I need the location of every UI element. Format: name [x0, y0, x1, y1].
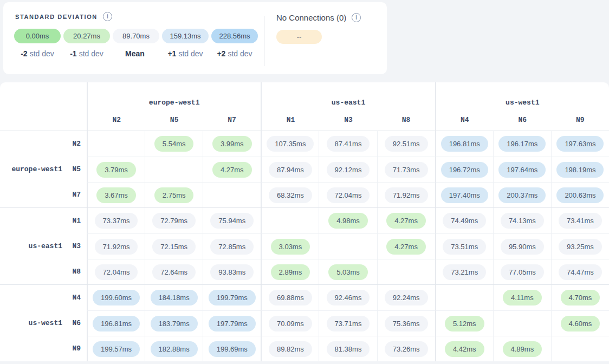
latency-cell[interactable]: 72.85ms — [203, 233, 261, 259]
latency-cell[interactable]: 93.83ms — [203, 259, 261, 284]
latency-cell[interactable]: 196.81ms — [435, 131, 493, 157]
latency-cell[interactable]: 92.51ms — [377, 131, 435, 157]
latency-chip[interactable]: 4.11ms — [503, 290, 542, 306]
latency-cell[interactable]: 71.92ms — [377, 182, 435, 207]
latency-chip[interactable]: 196.17ms — [498, 136, 546, 152]
latency-chip[interactable]: 72.79ms — [152, 213, 196, 229]
latency-cell[interactable]: 4.42ms — [435, 336, 493, 361]
latency-cell[interactable]: 69.88ms — [261, 285, 319, 310]
latency-chip[interactable]: 4.42ms — [445, 341, 484, 357]
latency-cell[interactable]: 95.90ms — [493, 233, 551, 259]
latency-chip[interactable]: 92.24ms — [385, 290, 428, 306]
latency-cell[interactable]: 4.60ms — [551, 310, 609, 336]
latency-chip[interactable]: 73.71ms — [327, 316, 370, 332]
latency-cell[interactable]: 107.35ms — [261, 131, 319, 157]
latency-cell[interactable]: 72.79ms — [145, 208, 203, 233]
latency-chip[interactable]: 72.15ms — [152, 239, 196, 255]
latency-chip[interactable]: 95.90ms — [501, 239, 544, 255]
latency-chip[interactable]: 4.27ms — [386, 213, 426, 229]
latency-chip[interactable]: 3.03ms — [271, 239, 310, 255]
latency-cell[interactable]: 196.17ms — [493, 131, 551, 157]
latency-chip[interactable]: 2.89ms — [271, 264, 310, 280]
latency-cell[interactable]: 3.99ms — [203, 131, 261, 157]
latency-cell[interactable]: 92.24ms — [377, 285, 435, 310]
latency-chip[interactable]: 4.98ms — [328, 213, 368, 229]
latency-chip[interactable]: 197.40ms — [441, 187, 488, 203]
latency-chip[interactable]: 92.51ms — [385, 136, 428, 152]
latency-chip[interactable]: 196.81ms — [441, 136, 488, 152]
latency-cell[interactable]: 199.57ms — [87, 336, 145, 361]
latency-cell[interactable]: 200.63ms — [551, 182, 609, 207]
latency-chip[interactable]: 69.88ms — [269, 290, 312, 306]
latency-chip[interactable]: 72.04ms — [327, 187, 370, 203]
latency-cell[interactable]: 77.05ms — [493, 259, 551, 284]
latency-chip[interactable]: 93.25ms — [559, 239, 602, 255]
latency-cell[interactable]: 197.40ms — [435, 182, 493, 207]
latency-cell[interactable]: 75.36ms — [377, 310, 435, 336]
latency-chip[interactable]: 93.83ms — [210, 264, 254, 280]
latency-chip[interactable]: 77.05ms — [501, 264, 544, 280]
latency-cell[interactable]: 198.19ms — [551, 157, 609, 182]
latency-cell[interactable]: 71.73ms — [377, 157, 435, 182]
latency-cell[interactable]: 184.18ms — [145, 285, 203, 310]
latency-chip[interactable]: 197.79ms — [209, 316, 256, 332]
latency-cell[interactable]: 72.15ms — [145, 233, 203, 259]
latency-chip[interactable]: 200.37ms — [498, 187, 546, 203]
latency-chip[interactable]: 3.67ms — [96, 187, 136, 203]
latency-chip[interactable]: 87.41ms — [327, 136, 370, 152]
latency-chip[interactable]: 72.64ms — [152, 264, 196, 280]
latency-cell[interactable]: 72.04ms — [87, 259, 145, 284]
latency-cell[interactable]: 74.49ms — [435, 208, 493, 233]
latency-chip[interactable]: 71.92ms — [385, 187, 428, 203]
latency-cell[interactable]: 2.75ms — [145, 182, 203, 207]
latency-chip[interactable]: 196.72ms — [441, 162, 488, 178]
latency-cell[interactable]: 89.82ms — [261, 336, 319, 361]
latency-chip[interactable]: 4.70ms — [561, 290, 600, 306]
latency-cell[interactable]: 200.37ms — [493, 182, 551, 207]
latency-chip[interactable]: 71.92ms — [95, 239, 138, 255]
latency-chip[interactable]: 4.60ms — [561, 316, 600, 332]
latency-cell[interactable]: 183.79ms — [145, 310, 203, 336]
latency-chip[interactable]: 182.88ms — [151, 341, 198, 357]
latency-chip[interactable]: 197.64ms — [498, 162, 546, 178]
latency-cell[interactable]: 197.63ms — [551, 131, 609, 157]
latency-chip[interactable]: 75.36ms — [385, 316, 428, 332]
latency-chip[interactable]: 196.81ms — [93, 316, 140, 332]
latency-chip[interactable]: 81.38ms — [327, 341, 370, 357]
latency-chip[interactable]: 4.27ms — [212, 162, 252, 178]
latency-cell[interactable]: 197.79ms — [203, 310, 261, 336]
latency-chip[interactable]: 197.63ms — [556, 136, 604, 152]
latency-cell[interactable]: 4.70ms — [551, 285, 609, 310]
latency-cell[interactable]: 73.26ms — [377, 336, 435, 361]
latency-cell[interactable]: 197.64ms — [493, 157, 551, 182]
latency-chip[interactable]: 73.26ms — [385, 341, 428, 357]
latency-cell[interactable]: 73.71ms — [319, 310, 377, 336]
latency-cell[interactable]: 70.09ms — [261, 310, 319, 336]
latency-cell[interactable]: 72.04ms — [319, 182, 377, 207]
latency-chip[interactable]: 89.82ms — [269, 341, 312, 357]
latency-chip[interactable]: 72.04ms — [95, 264, 138, 280]
latency-cell[interactable]: 73.21ms — [435, 259, 493, 284]
latency-chip[interactable]: 184.18ms — [151, 290, 198, 306]
latency-cell[interactable]: 196.81ms — [87, 310, 145, 336]
latency-chip[interactable]: 198.19ms — [556, 162, 604, 178]
latency-chip[interactable]: 3.79ms — [96, 162, 136, 178]
latency-chip[interactable]: 200.63ms — [556, 187, 604, 203]
latency-chip[interactable]: 70.09ms — [269, 316, 312, 332]
latency-cell[interactable]: 199.60ms — [87, 285, 145, 310]
latency-cell[interactable]: 73.37ms — [87, 208, 145, 233]
latency-cell[interactable]: 199.69ms — [203, 336, 261, 361]
info-icon[interactable]: i — [103, 12, 112, 21]
latency-chip[interactable]: 107.35ms — [267, 136, 314, 152]
latency-chip[interactable]: 199.57ms — [93, 341, 140, 357]
latency-cell[interactable]: 93.25ms — [551, 233, 609, 259]
latency-chip[interactable]: 4.89ms — [503, 341, 542, 357]
latency-cell[interactable]: 4.27ms — [203, 157, 261, 182]
latency-cell[interactable]: 92.46ms — [319, 285, 377, 310]
latency-cell[interactable]: 3.03ms — [261, 233, 319, 259]
latency-chip[interactable]: 87.94ms — [269, 162, 312, 178]
latency-cell[interactable]: 3.79ms — [87, 157, 145, 182]
latency-chip[interactable]: 73.37ms — [95, 213, 138, 229]
latency-chip[interactable]: 92.12ms — [327, 162, 370, 178]
latency-chip[interactable]: 68.32ms — [269, 187, 312, 203]
